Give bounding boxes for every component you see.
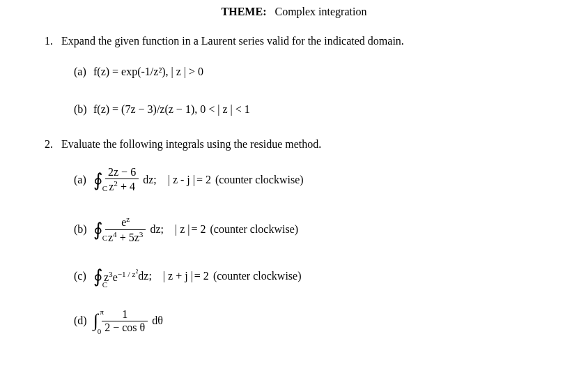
integral-icon: ∫π0 [93,310,98,331]
title-text-value: Complex integration [274,6,366,17]
den-exp3: 3 [139,230,144,238]
page-title: THEME: Complex integration [0,6,588,18]
problem-2-prompt: 2. Evaluate the following integrals usin… [61,138,560,151]
cond-rhs-2a: = 2 [196,174,211,186]
integrand-2c: z3e−1 / z2 [104,268,138,284]
cond-rhs-2c: = 2 [194,270,209,282]
e-exp: −1 / z2 [118,270,139,278]
problem-2d-label: (d) [74,314,93,327]
frac-2a-den: z2 + 4 [105,179,139,194]
problem-2: 2. Evaluate the following integrals usin… [61,138,560,334]
fraction-2d: 1 2 − cos θ [102,308,148,335]
problem-2a: (a) ∮C 2z − 6 z2 + 4 dz; |z - j| = 2 (co… [74,166,560,194]
dz-2a: dz; [143,174,157,186]
problem-1-text: Expand the given function in a Laurent s… [61,35,404,47]
problem-1-number: 1. [45,35,61,47]
den-mid: + 5z [117,232,139,243]
problem-1a: (a) f(z) = exp(-1/z²), | z | > 0 [74,63,560,81]
abs-2b: |z| [173,223,192,236]
contour-integral-icon: ∮C [93,219,103,241]
desc-2b: (counter clockwise) [210,223,299,236]
frac-2b-den: z4 + 5z3 [105,230,146,245]
num-exp-z: z [126,215,130,223]
dz-2b: dz; [150,223,164,236]
problem-1b-label: (b) [74,103,93,116]
problem-2b-label: (b) [74,223,93,236]
abs-2c: |z + j| [162,270,194,282]
problem-2d: (d) ∫π0 1 2 − cos θ dθ [74,308,560,335]
e-base: e [113,271,118,283]
int-lb: 0 [98,327,102,335]
frac-2b-num: ez [105,215,146,230]
problem-1b-expr: f(z) = (7z − 3)/z(z − 1), 0 < | z | < 1 [93,103,250,116]
contour-integral-icon: ∮C [93,266,103,287]
problem-2a-label: (a) [74,174,93,186]
content: 1. Expand the given function in a Lauren… [0,35,588,334]
problem-2-subs: (a) ∮C 2z − 6 z2 + 4 dz; |z - j| = 2 (co… [61,166,560,334]
problem-2b: (b) ∮C ez z4 + 5z3 dz; |z| = 2 (counter … [74,215,560,244]
int-ub: π [100,308,105,316]
fraction-2b: ez z4 + 5z3 [105,215,146,244]
dtheta-2d: dθ [152,314,163,327]
problem-1a-label: (a) [74,66,93,78]
abs-2a: |z - j| [167,174,196,186]
problem-2c-label: (c) [74,270,93,282]
problem-1-prompt: 1. Expand the given function in a Lauren… [61,35,560,47]
title-label: THEME: [222,6,267,17]
problem-1a-expr: f(z) = exp(-1/z²), | z | > 0 [93,66,203,78]
int-sub-c: C [102,184,107,192]
problem-1: 1. Expand the given function in a Lauren… [61,35,560,119]
int-sub-c: C [102,234,107,242]
frac-2d-num: 1 [102,308,148,321]
frac-2d-den: 2 − cos θ [102,321,148,334]
contour-integral-icon: ∮C [93,169,103,191]
problem-2-text: Evaluate the following integrals using t… [61,138,321,151]
cond-rhs-2b: = 2 [191,223,206,236]
desc-2a: (counter clockwise) [215,174,304,186]
cond-lhs-2b: z [180,223,185,235]
problem-2c: (c) ∮C z3e−1 / z2 dz; |z + j| = 2 (count… [74,266,560,287]
cond-lhs-2a: z - j [173,174,190,185]
desc-2c: (counter clockwise) [213,270,302,282]
problem-2-number: 2. [45,138,61,151]
dz-2c: dz; [138,270,152,282]
problem-1b: (b) f(z) = (7z − 3)/z(z − 1), 0 < | z | … [74,100,560,119]
int-sub-c: C [102,280,107,289]
e-exp-a: −1 / z [118,270,136,278]
fraction-2a: 2z − 6 z2 + 4 [105,166,139,194]
cond-lhs-2c: z + j [168,270,188,282]
den-rest: + 4 [118,181,135,193]
frac-2a-num: 2z − 6 [105,166,139,179]
problem-1-subs: (a) f(z) = exp(-1/z²), | z | > 0 (b) f(z… [61,63,560,119]
